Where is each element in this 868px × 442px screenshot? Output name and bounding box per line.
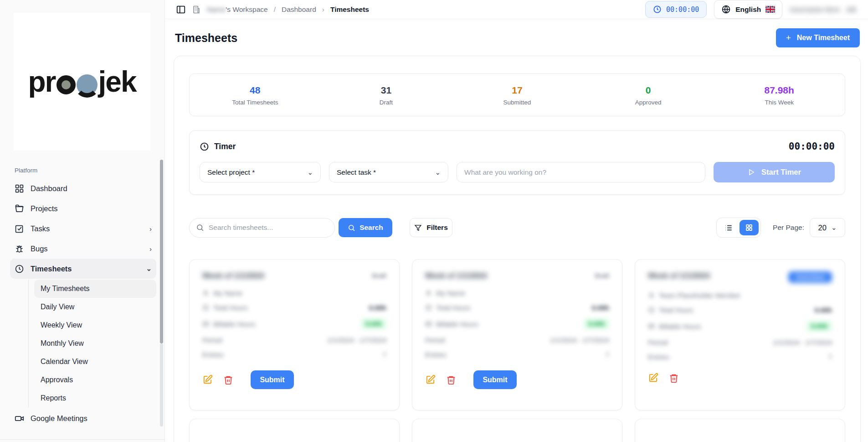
- sidebar-item-label: Timesheets: [31, 265, 139, 273]
- breadcrumb-separator: /: [274, 5, 276, 14]
- list-view-button[interactable]: [719, 220, 738, 235]
- stat-approved: 0 Approved: [583, 85, 714, 106]
- user-extra-blurred: AB: [846, 5, 856, 13]
- subitem-label: Daily View: [41, 303, 74, 311]
- per-page-label: Per Page:: [773, 224, 804, 232]
- new-timesheet-button[interactable]: + New Timesheet: [776, 28, 860, 47]
- timesheet-cards-grid: Week of 1/1/2024 Draft My Name Total Hou…: [189, 259, 845, 411]
- language-selector[interactable]: English: [714, 0, 782, 19]
- sidebar-subitem-calendar-view[interactable]: Calendar View: [34, 353, 156, 371]
- logo-text-post: jek: [98, 65, 136, 99]
- sidebar-item-label: Google Meetings: [31, 414, 152, 423]
- start-timer-button[interactable]: Start Timer: [714, 162, 835, 182]
- stat-total-timesheets: 48 Total Timesheets: [190, 85, 321, 106]
- search-input[interactable]: [189, 218, 335, 238]
- total-hours-label: Total Hours: [659, 306, 693, 314]
- status-badge-blurred: Draft: [372, 272, 386, 279]
- select-task-placeholder: Select task *: [337, 168, 376, 177]
- person-name: My Name: [213, 289, 242, 297]
- sidebar-item-timesheets[interactable]: Timesheets ⌄: [10, 259, 156, 279]
- filters-button[interactable]: Filters: [410, 218, 452, 237]
- topbar-timer-badge[interactable]: 00:00:00: [645, 1, 707, 18]
- edit-button[interactable]: [202, 374, 213, 385]
- sidebar-subitem-my-timesheets[interactable]: My Timesheets: [34, 280, 156, 298]
- sidebar-subitem-approvals[interactable]: Approvals: [34, 371, 156, 389]
- timesheet-card[interactable]: Week of 1/1/2024 Draft My Name Total Hou…: [189, 259, 400, 411]
- sidebar-divider: [0, 439, 164, 440]
- timer-card: Timer 00:00:00 Select project * ⌄ Select…: [189, 130, 845, 195]
- stat-label: Submitted: [452, 99, 583, 106]
- sidebar-toggle-icon[interactable]: [176, 5, 186, 15]
- filter-funnel-icon: [414, 224, 422, 232]
- entries-value-blurred: 7: [383, 351, 386, 359]
- list-toolbar: Search Filters Per Page: 20 ⌄: [189, 218, 845, 238]
- sidebar-scrollbar-thumb[interactable]: [160, 160, 163, 343]
- folder-icon: [15, 204, 24, 213]
- sidebar-item-label: Dashboard: [31, 184, 152, 193]
- submit-button[interactable]: Submit: [251, 370, 294, 389]
- per-page-select[interactable]: 20 ⌄: [810, 218, 845, 237]
- edit-button[interactable]: [425, 374, 436, 385]
- delete-button[interactable]: [223, 375, 233, 385]
- billable-hours-value-blurred: 0.00h: [361, 318, 386, 329]
- new-timesheet-label: New Timesheet: [797, 34, 850, 42]
- search-button[interactable]: Search: [339, 218, 392, 237]
- timesheet-card[interactable]: [189, 419, 400, 442]
- sidebar-subitem-daily-view[interactable]: Daily View: [34, 298, 156, 316]
- clock-icon: [200, 142, 209, 151]
- chevron-down-icon: ⌄: [307, 168, 313, 177]
- total-hours-label: Total Hours: [436, 304, 471, 312]
- submit-button[interactable]: Submit: [473, 370, 517, 389]
- timesheet-card[interactable]: [635, 419, 845, 442]
- sidebar-item-label: Bugs: [31, 244, 143, 253]
- sidebar-item-google-meetings[interactable]: Google Meetings: [10, 408, 156, 428]
- chevron-down-icon: ⌄: [146, 265, 152, 273]
- person-row-blurred: Team Placeholder Member: [648, 291, 740, 299]
- subitem-label: Weekly View: [41, 321, 82, 329]
- stat-this-week: 87.98h This Week: [714, 85, 845, 106]
- delete-button[interactable]: [446, 375, 456, 385]
- per-page-value: 20: [818, 224, 827, 232]
- check-square-icon: [15, 224, 24, 234]
- person-icon: [648, 292, 655, 299]
- chevron-right-icon: ›: [149, 245, 152, 253]
- clock-icon: [653, 5, 662, 14]
- person-row-blurred: My Name: [202, 289, 242, 297]
- entries-label-blurred: Entries: [202, 351, 224, 359]
- user-menu[interactable]: Username Here AB: [790, 5, 856, 13]
- select-task-dropdown[interactable]: Select task * ⌄: [329, 162, 448, 182]
- total-hours-value-blurred: 0.00h: [815, 306, 832, 314]
- view-toggle: [716, 218, 761, 238]
- timer-title: Timer: [214, 142, 236, 151]
- sidebar-item-label: Projects: [31, 204, 152, 213]
- search-icon: [196, 224, 204, 234]
- breadcrumb-dashboard[interactable]: Dashboard: [282, 5, 316, 14]
- period-label-blurred: Period: [425, 336, 445, 344]
- total-hours-value-blurred: 0.00h: [592, 304, 609, 312]
- status-badge-blurred: Draft: [595, 272, 609, 279]
- select-project-dropdown[interactable]: Select project * ⌄: [200, 162, 321, 182]
- timesheet-card[interactable]: [412, 419, 622, 442]
- sidebar-item-bugs[interactable]: Bugs ›: [10, 239, 156, 259]
- working-on-input[interactable]: [457, 162, 705, 182]
- grid-view-button[interactable]: [740, 220, 759, 235]
- page-header: Timesheets + New Timesheet: [165, 19, 868, 56]
- stat-label: Approved: [583, 99, 714, 106]
- sidebar-subitem-monthly-view[interactable]: Monthly View: [34, 334, 156, 353]
- breadcrumb: Name's Workspace / Dashboard › Timesheet…: [176, 5, 369, 15]
- billable-icon: [425, 321, 432, 328]
- timesheet-card[interactable]: Week of 1/1/2024 Draft My Name Total Hou…: [412, 259, 622, 411]
- sidebar-item-projects[interactable]: Projects: [10, 198, 156, 218]
- timesheet-card[interactable]: Week of 1/1/2024 Submitted Team Placehol…: [635, 259, 845, 411]
- period-label-blurred: Period: [648, 338, 668, 346]
- edit-pencil-icon: [202, 374, 213, 385]
- stat-label: Total Timesheets: [190, 99, 321, 106]
- sidebar-subitem-weekly-view[interactable]: Weekly View: [34, 316, 156, 334]
- edit-button[interactable]: [648, 373, 658, 383]
- start-timer-label: Start Timer: [761, 168, 801, 177]
- sidebar-item-tasks[interactable]: Tasks ›: [10, 218, 156, 239]
- sidebar-subitem-reports[interactable]: Reports: [34, 389, 156, 407]
- sidebar-item-dashboard[interactable]: Dashboard: [10, 178, 156, 198]
- delete-button[interactable]: [669, 373, 679, 383]
- billable-hours-label: Billable Hours: [213, 320, 256, 328]
